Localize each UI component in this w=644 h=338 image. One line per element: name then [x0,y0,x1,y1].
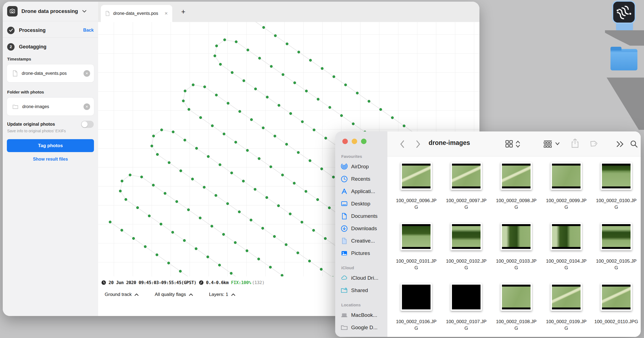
track-point[interactable] [313,129,315,131]
track-point[interactable] [160,129,163,131]
track-point[interactable] [270,166,272,168]
file-thumbnail[interactable] [401,283,432,311]
track-point[interactable] [215,194,217,197]
show-result-files-link[interactable]: Show result files [3,157,98,162]
track-point[interactable] [144,245,146,248]
track-point[interactable] [203,86,206,88]
track-point[interactable] [247,49,249,51]
track-point[interactable] [250,119,253,121]
tab-close-icon[interactable]: ✕ [164,11,168,16]
file-name[interactable]: 100_0002_0099.JPG [544,197,588,211]
clear-timestamps-button[interactable]: ✕ [84,70,90,77]
file-name[interactable]: 100_0002_0097.JPG [444,197,488,211]
track-point[interactable] [207,155,210,158]
track-point[interactable] [215,45,218,47]
update-photos-toggle[interactable] [81,121,94,128]
track-point[interactable] [227,102,229,105]
track-point[interactable] [187,208,190,211]
track-point[interactable] [184,90,186,92]
track-point[interactable] [148,215,151,217]
track-point[interactable] [234,241,237,244]
tag-photos-button[interactable]: Tag photos [7,139,94,152]
track-point[interactable] [332,176,335,178]
plot-control-ground-track[interactable]: Ground track [105,292,139,297]
sidebar-item-recents[interactable]: Recents [335,173,387,185]
track-point[interactable] [152,184,155,186]
track-point[interactable] [309,160,311,162]
track-point[interactable] [321,67,323,70]
file-name[interactable]: 100_0002_0106.JPG [394,318,438,332]
track-point[interactable] [199,116,202,119]
track-point[interactable] [281,174,284,176]
sidebar-item-creative[interactable]: Creative... [335,235,387,247]
track-point[interactable] [298,51,300,53]
track-point[interactable] [333,75,335,78]
track-point[interactable] [223,39,226,41]
file-thumbnail[interactable] [401,223,432,250]
more-toolbar-icon[interactable] [616,141,624,147]
sidebar-item-shared[interactable]: Shared [335,284,387,296]
folder-field[interactable]: drone-images ✕ [7,98,94,116]
track-point[interactable] [243,79,245,82]
track-point[interactable] [156,153,159,156]
track-point[interactable] [285,143,288,145]
track-point[interactable] [125,198,127,201]
track-point[interactable] [179,270,182,273]
step-processing[interactable]: Processing Back [7,26,94,35]
track-point[interactable] [238,110,241,113]
desktop-gray-shape[interactable] [607,78,644,130]
tag-icon[interactable] [589,140,597,149]
track-point[interactable] [191,178,194,180]
sidebar-item-pictures[interactable]: Pictures [335,247,387,259]
view-stepper-icon[interactable] [515,140,520,148]
track-point[interactable] [203,186,206,188]
chevron-down-icon[interactable] [555,142,560,146]
app-title-row[interactable]: Drone data processing [7,5,95,18]
track-point[interactable] [254,188,256,191]
file-name[interactable]: 100_0002_0107.JPG [444,318,488,332]
track-point[interactable] [192,84,195,86]
track-point[interactable] [226,202,229,205]
file-name[interactable]: 100_0002_0098.JPG [494,197,538,211]
file-name[interactable]: 100_0002_0110.JPG [594,318,638,325]
sidebar-item-documents[interactable]: Documents [335,210,387,222]
track-point[interactable] [308,260,311,262]
track-point[interactable] [140,176,143,178]
sidebar-item-icloud-dri[interactable]: iCloud Dri... [335,272,387,284]
track-point[interactable] [274,34,277,37]
file-name[interactable]: 100_0002_0108.JPG [494,318,538,332]
track-point[interactable] [121,229,123,232]
track-point[interactable] [211,225,213,227]
track-point[interactable] [324,137,327,139]
group-by-icon[interactable] [543,140,552,148]
track-point[interactable] [230,272,232,274]
track-point[interactable] [281,274,283,276]
file-thumbnail[interactable] [451,283,482,311]
track-point[interactable] [164,192,166,195]
track-point[interactable] [285,243,287,246]
track-point[interactable] [214,55,216,57]
track-point[interactable] [171,231,174,233]
tab-drone-data-events[interactable]: drone-data_events.pos ✕ [101,5,172,22]
file-thumbnail[interactable] [501,223,532,250]
search-icon[interactable] [630,140,638,148]
track-point[interactable] [274,135,276,137]
icon-view-icon[interactable] [505,140,513,148]
desktop-gray-shape[interactable] [605,30,644,46]
track-point[interactable] [266,96,268,98]
track-point[interactable] [152,135,155,137]
share-icon[interactable] [571,138,579,149]
file-thumbnail[interactable] [501,162,532,190]
new-tab-button[interactable]: + [178,7,188,17]
track-point[interactable] [297,151,299,154]
track-point[interactable] [352,123,354,125]
track-point[interactable] [156,254,158,256]
track-point[interactable] [379,108,382,111]
track-point[interactable] [231,71,233,74]
track-point[interactable] [222,233,225,236]
waveform-app-icon[interactable] [612,1,636,24]
track-point[interactable] [182,100,185,102]
track-point[interactable] [305,90,308,92]
file-thumbnail[interactable] [601,223,632,250]
file-thumbnail[interactable] [451,162,482,190]
